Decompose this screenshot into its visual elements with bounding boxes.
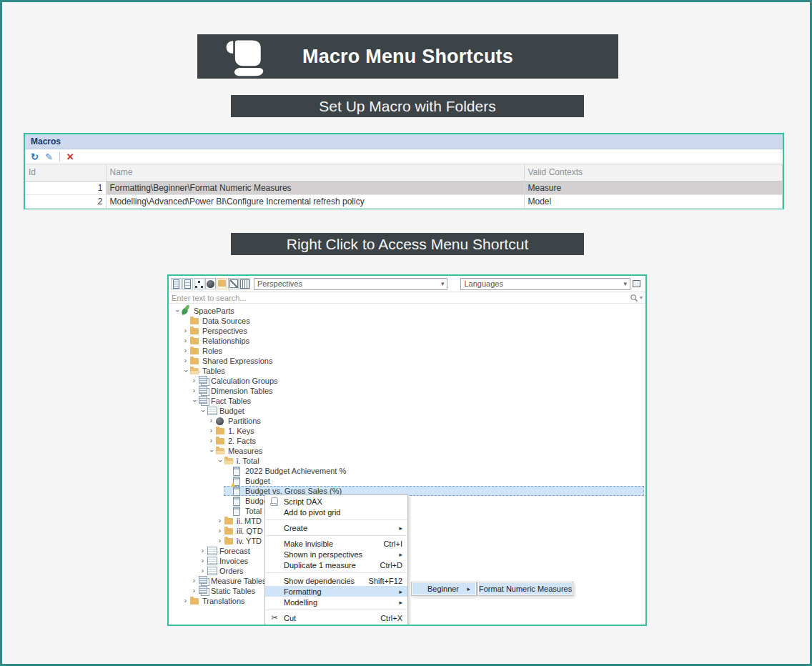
expand-icon[interactable]: › <box>181 357 190 364</box>
menu-item-cut[interactable]: ✂CutCtrl+X <box>265 612 407 623</box>
tree-item-label: Budget <box>219 407 247 415</box>
tree-item-calculation-groups[interactable]: ›Calculation Groups <box>170 376 644 386</box>
menu-item-label: Script DAX <box>284 497 407 506</box>
tree-item-1-keys[interactable]: ›1. Keys <box>170 426 644 436</box>
perspectives-dropdown[interactable]: Perspectives ▾ <box>254 278 447 290</box>
tree-item-i-total[interactable]: ›i. Total <box>170 456 644 466</box>
context-menu: Script DAXAdd to pivot gridCreate▸Make i… <box>264 494 408 626</box>
display-folders-icon[interactable] <box>217 278 227 289</box>
tree-item-dimension-tables[interactable]: ›Dimension Tables <box>170 386 644 396</box>
expand-icon[interactable]: › <box>215 517 224 525</box>
menu-item-script-dax[interactable]: Script DAX <box>265 496 407 507</box>
submenu-format-numeric-measures: Format Numeric Measures <box>477 582 573 596</box>
menu-item-formatting[interactable]: Formatting▸ <box>265 586 407 597</box>
expand-icon[interactable]: › <box>181 597 190 605</box>
expand-icon[interactable]: › <box>198 567 207 575</box>
tables-icon <box>199 387 209 396</box>
tree-item-relationships[interactable]: ›Relationships <box>170 336 644 346</box>
tree-item-spaceparts[interactable]: ›SpaceParts <box>170 306 644 316</box>
tree-item-perspectives[interactable]: ›Perspectives <box>170 326 644 336</box>
languages-dropdown-value: Languages <box>461 279 620 288</box>
tree-item-label: Dimension Tables <box>211 387 276 395</box>
menu-item-label: Add to pivot grid <box>284 508 407 517</box>
search-icon[interactable] <box>630 294 638 302</box>
search-options-chevron-icon[interactable]: ▾ <box>640 294 643 301</box>
collapse-icon[interactable]: › <box>199 407 207 416</box>
tree-item-label: Measure Tables <box>211 577 269 585</box>
tree-item-measures[interactable]: ›Measures <box>170 446 644 456</box>
folder-icon <box>224 527 234 536</box>
tree-item-shared-expressions[interactable]: ›Shared Expressions <box>170 356 644 366</box>
hierarchy-view-icon[interactable] <box>194 278 204 289</box>
menu-item-modelling[interactable]: Modelling▸ <box>265 597 407 607</box>
expand-icon[interactable]: › <box>215 527 224 535</box>
expand-icon[interactable]: › <box>215 537 224 545</box>
tree-item-partitions[interactable]: ›Partitions <box>170 416 644 426</box>
expand-icon[interactable]: › <box>189 587 199 595</box>
tree-item-2022-budget-achievement[interactable]: 2022 Budget Achievement % <box>170 466 644 476</box>
menu-item-shown-in-perspectives[interactable]: Shown in perspectives▸ <box>265 549 407 560</box>
hide-display-folders-icon[interactable] <box>228 278 239 289</box>
tree-item-budget[interactable]: ›Budget <box>170 406 644 416</box>
folder-open-icon <box>216 447 226 456</box>
menu-item-show-dependencies[interactable]: Show dependenciesShift+F12 <box>265 575 407 586</box>
page-title: Macro Menu Shortcuts <box>302 46 513 68</box>
cascade-windows-icon[interactable] <box>630 278 643 289</box>
expand-icon[interactable]: › <box>181 327 190 334</box>
menu-separator <box>266 610 407 610</box>
expand-icon[interactable]: › <box>198 557 207 565</box>
macro-menu-shortcuts-page: Macro Menu Shortcuts Set Up Macro with F… <box>0 0 812 666</box>
folder-icon <box>190 597 200 606</box>
search-bar: ▾ <box>169 292 645 304</box>
macros-panel: Macros ↻✎✕ IdNameValid Contexts 1Formatt… <box>24 133 784 209</box>
expand-icon[interactable]: › <box>207 417 216 424</box>
expand-icon[interactable]: › <box>198 547 207 555</box>
columns-view-icon[interactable] <box>182 278 193 289</box>
tree-item-label: Forecast <box>219 547 253 555</box>
expand-icon[interactable]: › <box>207 437 216 444</box>
measures-view-icon[interactable] <box>171 278 182 289</box>
menu-item-format-numeric-measures[interactable]: Format Numeric Measures <box>479 583 572 595</box>
delete-macro-icon[interactable]: ✕ <box>66 152 74 161</box>
tree-item-tables[interactable]: ›Tables <box>170 366 644 376</box>
chevron-down-icon: ▾ <box>438 280 447 287</box>
menu-item-beginner[interactable]: Beginner ▸ <box>412 583 475 595</box>
tree-item-roles[interactable]: ›Roles <box>170 346 644 356</box>
run-macro-icon[interactable]: ↻ <box>31 152 39 161</box>
collapse-icon[interactable]: › <box>182 367 189 376</box>
expand-icon[interactable]: › <box>181 347 190 354</box>
tree-item-budget[interactable]: Budget <box>170 476 644 486</box>
menu-item-shortcut: Shift+F12 <box>369 577 402 585</box>
tree-item-label: i. Total <box>237 457 262 465</box>
tree-item-data-sources[interactable]: Data Sources <box>170 316 644 326</box>
menu-item-create[interactable]: Create▸ <box>265 522 407 533</box>
menu-item-make-invisible[interactable]: Make invisibleCtrl+I <box>265 538 407 549</box>
macro-name-cell: Formatting\Beginner\Format Numeric Measu… <box>106 181 524 194</box>
expand-icon[interactable]: › <box>207 427 216 434</box>
macro-row[interactable]: 2Modelling\Advanced\Power BI\Configure I… <box>25 194 783 208</box>
macro-row[interactable]: 1Formatting\Beginner\Format Numeric Meas… <box>25 181 783 194</box>
menu-item-add-to-pivot-grid[interactable]: Add to pivot grid <box>265 507 407 517</box>
menu-item-duplicate-1-measure[interactable]: Duplicate 1 measureCtrl+D <box>265 560 407 570</box>
expand-icon[interactable]: › <box>181 337 190 344</box>
folder-open-icon <box>190 367 200 376</box>
languages-dropdown[interactable]: Languages ▾ <box>460 278 630 290</box>
submenu-arrow-icon: ▸ <box>399 525 402 532</box>
edit-macro-icon[interactable]: ✎ <box>45 152 53 161</box>
expand-icon[interactable]: › <box>189 377 199 384</box>
tree-item-2-facts[interactable]: ›2. Facts <box>170 436 644 446</box>
collapse-icon[interactable]: › <box>208 447 215 456</box>
translations-globe-icon[interactable] <box>205 278 216 289</box>
tree-item-label: Partitions <box>228 417 264 425</box>
collapse-icon[interactable]: › <box>174 307 181 316</box>
expand-icon[interactable]: › <box>189 387 199 394</box>
submenu-arrow-icon: ▸ <box>399 588 402 595</box>
search-input[interactable] <box>172 293 630 303</box>
collapse-icon[interactable]: › <box>217 457 224 466</box>
column-header-valid-contexts: Valid Contexts <box>524 164 783 181</box>
tree-item-fact-tables[interactable]: ›Fact Tables <box>170 396 644 406</box>
table-columns-icon[interactable] <box>239 278 250 289</box>
collapse-icon[interactable]: › <box>191 397 198 406</box>
expand-icon[interactable]: › <box>189 577 199 585</box>
menu-item-copy[interactable]: CopyCtrl+C <box>265 623 407 626</box>
